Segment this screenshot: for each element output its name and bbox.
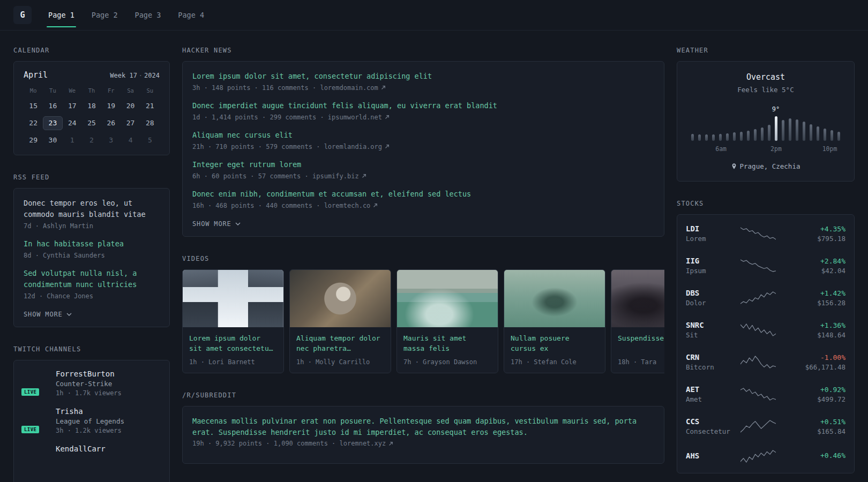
hn-item-title[interactable]: Donec enim nibh, condimentum et accumsan… xyxy=(192,189,654,200)
channel-name[interactable]: KendallCarr xyxy=(56,445,106,453)
calendar-dow: Fr xyxy=(101,87,121,96)
stock-row[interactable]: DBS Dolor +1.42% $156.28 xyxy=(686,282,845,314)
channel-name[interactable]: ForrestBurton xyxy=(56,370,122,378)
video-meta: 18h · Tara xyxy=(618,358,664,366)
hn-item-title[interactable]: Integer eget rutrum lorem xyxy=(192,159,654,170)
stock-row[interactable]: IIG Ipsum +2.84% $42.04 xyxy=(686,250,845,282)
calendar-day: 28 xyxy=(140,116,160,130)
subreddit-post-title[interactable]: Maecenas mollis pulvinar erat non posuer… xyxy=(192,416,654,438)
stock-name: Lorem xyxy=(686,235,736,243)
weather-bar xyxy=(747,131,750,141)
video-title[interactable]: Suspendisse diam xyxy=(618,333,664,355)
twitch-channel[interactable]: KendallCarr xyxy=(24,445,160,469)
tab-page-2[interactable]: Page 2 xyxy=(90,0,119,30)
video-thumbnail[interactable] xyxy=(611,270,664,327)
stock-row[interactable]: AHS +0.46% xyxy=(686,442,845,470)
tab-page-4[interactable]: Page 4 xyxy=(176,0,206,30)
weather-time-label: 2pm xyxy=(770,145,782,153)
calendar-week-label: Week 17 xyxy=(110,72,137,79)
twitch-card: LIVE ForrestBurton Counter-Strike 1h · 1… xyxy=(13,360,170,482)
weather-bar xyxy=(691,134,694,141)
video-title[interactable]: Aliquam tempor dolor nec pharetra… xyxy=(296,333,384,355)
video-title[interactable]: Mauris sit amet massa felis xyxy=(403,333,491,355)
tab-page-3[interactable]: Page 3 xyxy=(133,0,163,30)
hn-item[interactable]: Lorem ipsum dolor sit amet, consectetur … xyxy=(192,71,654,92)
weather-bar xyxy=(705,134,708,141)
video-card[interactable]: Suspendisse diam 18h · Tara xyxy=(611,269,664,373)
rss-widget: RSS FEED Donec tempor eros leo, ut commo… xyxy=(13,174,170,327)
hn-item[interactable]: Aliquam nec cursus elit 21h · 710 points… xyxy=(192,130,654,150)
calendar-day: 15 xyxy=(24,99,43,113)
stock-row[interactable]: LDI Lorem +4.35% $795.18 xyxy=(686,217,845,250)
stocks-section-title: STOCKS xyxy=(677,200,855,207)
rss-item[interactable]: Donec tempor eros leo, ut commodo mauris… xyxy=(24,198,160,230)
left-column: CALENDAR April Week 17·2024 Mo Tu We Th … xyxy=(13,47,170,482)
rss-item-title[interactable]: Sed volutpat nulla nisl, a condimentum n… xyxy=(24,268,160,290)
video-thumbnail[interactable] xyxy=(183,270,283,327)
right-column: WEATHER Overcast Feels like 5°C 9° 6am 2… xyxy=(677,47,855,482)
calendar-month: April xyxy=(24,70,48,80)
weather-bar xyxy=(782,120,784,141)
video-card[interactable]: Nullam posuere cursus ex 17h · Stefan Co… xyxy=(504,269,605,373)
channel-name[interactable]: Trisha xyxy=(56,407,124,416)
calendar-day: 21 xyxy=(140,99,160,113)
stock-sparkline xyxy=(740,419,776,433)
calendar-dow: Sa xyxy=(121,87,140,96)
stock-change: +0.92% xyxy=(780,386,845,394)
stock-change: +1.42% xyxy=(780,289,845,297)
calendar-dow: Th xyxy=(82,87,101,96)
twitch-channel[interactable]: LIVE ForrestBurton Counter-Strike 1h · 1… xyxy=(24,370,160,397)
video-thumbnail[interactable] xyxy=(290,270,391,327)
subreddit-post[interactable]: Maecenas mollis pulvinar erat non posuer… xyxy=(192,416,654,448)
stock-row[interactable]: CCS Consectetur +0.51% $165.84 xyxy=(686,410,845,442)
stock-ticker: AHS xyxy=(686,451,736,460)
hn-item[interactable]: Donec enim nibh, condimentum et accumsan… xyxy=(192,189,654,209)
weather-time-label: 10pm xyxy=(822,145,837,153)
hacker-news-card: Lorem ipsum dolor sit amet, consectetur … xyxy=(182,61,664,237)
hn-show-more-button[interactable]: SHOW MORE xyxy=(192,219,241,229)
chevron-down-icon xyxy=(66,313,72,316)
subreddit-post-meta: 19h · 9,932 points · 1,090 comments · lo… xyxy=(192,440,654,447)
rss-section-title: RSS FEED xyxy=(13,174,170,181)
calendar-day: 19 xyxy=(101,99,121,113)
video-card[interactable]: Lorem ipsum dolor sit amet consectetu… 1… xyxy=(182,269,284,373)
calendar-day-next-month: 2 xyxy=(82,133,101,147)
video-card[interactable]: Mauris sit amet massa felis 7h · Grayson… xyxy=(396,269,498,373)
hn-item-title[interactable]: Donec imperdiet augue tincidunt felis al… xyxy=(192,100,654,111)
video-title[interactable]: Lorem ipsum dolor sit amet consectetu… xyxy=(189,333,277,355)
dashboard: CALENDAR April Week 17·2024 Mo Tu We Th … xyxy=(0,31,868,482)
stock-row[interactable]: AET Amet +0.92% $499.72 xyxy=(686,378,845,410)
stock-row[interactable]: CRN Bitcorn -1.00% $66,171.48 xyxy=(686,346,845,378)
live-badge: LIVE xyxy=(20,387,40,397)
rss-item-meta: 7d · Ashlyn Martin xyxy=(24,222,160,230)
video-thumbnail[interactable] xyxy=(397,270,498,327)
rss-item[interactable]: Sed volutpat nulla nisl, a condimentum n… xyxy=(24,268,160,300)
tab-page-1[interactable]: Page 1 xyxy=(47,0,76,30)
hn-item[interactable]: Integer eget rutrum lorem 6h · 60 points… xyxy=(192,159,654,180)
rss-item-meta: 12d · Chance Jones xyxy=(24,292,160,300)
stock-row[interactable]: SNRC Sit +1.36% $148.64 xyxy=(686,314,845,346)
rss-card: Donec tempor eros leo, ut commodo mauris… xyxy=(13,188,170,327)
twitch-section-title: TWITCH CHANNELS xyxy=(13,345,170,353)
rss-item-title[interactable]: In hac habitasse platea xyxy=(24,238,160,250)
middle-column: HACKER NEWS Lorem ipsum dolor sit amet, … xyxy=(182,47,664,482)
weather-bar xyxy=(789,118,791,141)
weather-bar xyxy=(768,125,770,141)
rss-item-title[interactable]: Donec tempor eros leo, ut commodo mauris… xyxy=(24,198,160,220)
video-thumbnail[interactable] xyxy=(504,270,605,327)
stock-price: $156.28 xyxy=(780,299,845,307)
hn-item-title[interactable]: Aliquam nec cursus elit xyxy=(192,130,654,141)
video-card[interactable]: Aliquam tempor dolor nec pharetra… 1h · … xyxy=(289,269,391,373)
rss-item[interactable]: In hac habitasse platea 8d · Cynthia Sau… xyxy=(24,238,160,259)
stock-ticker: LDI xyxy=(686,224,736,233)
twitch-channel[interactable]: LIVE Trisha League of Legends 3h · 1.2k … xyxy=(24,407,160,434)
stock-change: +1.36% xyxy=(780,321,845,329)
video-meta: 1h · Lori Barnett xyxy=(189,358,277,366)
video-title[interactable]: Nullam posuere cursus ex xyxy=(511,333,598,355)
hn-item[interactable]: Donec imperdiet augue tincidunt felis al… xyxy=(192,100,654,121)
stock-sparkline xyxy=(740,449,776,463)
calendar-week-year: Week 17·2024 xyxy=(110,72,160,79)
weather-current-temp: 9° xyxy=(772,106,780,113)
hn-item-title[interactable]: Lorem ipsum dolor sit amet, consectetur … xyxy=(192,71,654,82)
rss-show-more-button[interactable]: SHOW MORE xyxy=(24,310,72,319)
